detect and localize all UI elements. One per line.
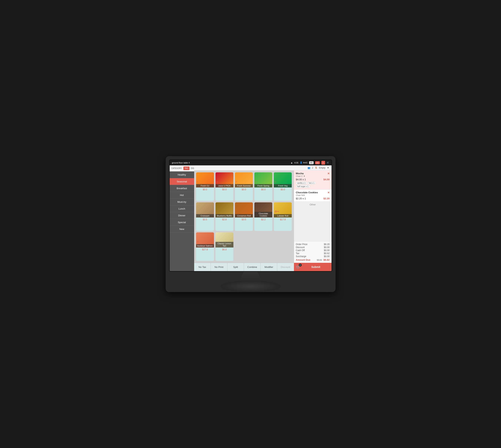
product-card-fresh-veg[interactable]: ✏ Fresh Veg $0.0 (274, 172, 292, 201)
product-name-overlay-4: Fresh Spring (254, 184, 272, 188)
discount-button[interactable]: Discount (277, 263, 294, 271)
sidebar-item-dinner[interactable]: Dinner (170, 212, 194, 219)
tab-category[interactable]: CATEGORY (170, 166, 183, 170)
monitor-stand (169, 272, 332, 292)
product-special-icon-10: ⚙✏ (275, 210, 279, 213)
time-display: 4:35 (294, 162, 298, 164)
cart-status-icon: 🛒 (327, 161, 329, 164)
status-bar-right: ▲ 4:35 👤 test1 #1 #2 + 🛒 (291, 161, 329, 165)
sidebar-item-lunch[interactable]: Lunch (170, 205, 194, 212)
order-item-mocha[interactable]: Mocha ✕ Chair 2 ▼ $4.00 x 1 (294, 171, 331, 190)
cash-off-label: Cash Off (296, 249, 305, 252)
submit-button-text[interactable]: Submit (302, 265, 330, 269)
category-tabs-row: CATEGORY TAG DISCOUNT SETMEAL (170, 165, 194, 171)
tag-hot[interactable]: hot x 1 (307, 182, 316, 184)
product-card-fresh-summer[interactable]: ✏ Fresh Summer $0.0 (235, 172, 253, 201)
amount-due-original: $6.82 (317, 259, 322, 261)
order-item-qty-mocha: $4.00 x 1 (296, 178, 306, 181)
product-edit-icon-5: ✏ (275, 181, 276, 183)
product-card-fresh-spring[interactable]: ✏ Fresh Spring $0.0 (254, 172, 272, 201)
other-section-label: Other (294, 202, 331, 208)
cash-off-value: $0.00 (324, 249, 329, 252)
product-edit-icon-3: ✏ (236, 181, 237, 183)
tab-2[interactable]: #2 (315, 161, 320, 164)
products-section: ✏ Fresh OJ $0.0 ✏ Juice U PICK $ (194, 171, 294, 271)
amount-due-label: Amount Due (296, 258, 310, 261)
product-price-3: $0.0 (235, 188, 253, 192)
product-price-5: $0.0 (274, 188, 292, 192)
sidebar-item-breakfast[interactable]: Breakfast (170, 185, 194, 192)
cart-badge: 2 (299, 264, 302, 267)
product-card-fresh-oj[interactable]: ✏ Fresh OJ $0.0 (196, 172, 214, 201)
amount-due-values: $6.82 $6.82 (317, 258, 329, 261)
tag-vanilla[interactable]: vanilla x 1 (296, 182, 307, 184)
sidebar-item-new[interactable]: New (170, 226, 194, 233)
add-tab-btn[interactable]: + (321, 161, 325, 165)
order-item-close-mocha[interactable]: ✕ (327, 172, 330, 175)
order-panel: Mocha ✕ Chair 2 ▼ $4.00 x 1 (294, 171, 331, 271)
dropdown-arrow[interactable]: ▼ (327, 166, 329, 169)
table-title: ground floor table 4 (172, 162, 190, 164)
product-price-10: $17.8 (274, 218, 292, 222)
sidebar-item-healthy[interactable]: Healthy (170, 171, 194, 178)
product-price-12: $6.8 (216, 247, 234, 252)
status-bar: ground floor table 4 ▲ 4:35 👤 test1 #1 #… (170, 160, 331, 165)
product-name-overlay-10: Lobster Roll (274, 214, 292, 218)
sidebar-item-hot[interactable]: Hot (170, 192, 194, 199)
discount-label: Discount (296, 246, 305, 249)
split-button[interactable]: Split (227, 263, 244, 271)
order-item-total-cookies: $2.20 (323, 197, 330, 200)
guest-icon: 👥 (308, 166, 310, 169)
product-edit-icon-4: ✏ (255, 181, 257, 183)
product-name-overlay-7: Blueberry Muffin (216, 214, 234, 218)
product-price-7: $2.8 (216, 218, 234, 222)
product-card-juice[interactable]: ✏ Juice U PICK $0.0 (216, 172, 234, 201)
sidebar: CATEGORY TAG DISCOUNT SETMEAL Healthy Se… (170, 165, 194, 271)
user-display: 👤 test1 (300, 161, 308, 164)
tag-half-sugar[interactable]: half sugar x 1 (296, 185, 310, 188)
tax-label: Tax (296, 252, 299, 255)
discount-value: $0.00 (324, 246, 329, 249)
app-container: CATEGORY TAG DISCOUNT SETMEAL Healthy Se… (170, 165, 331, 271)
product-card-cinnamon[interactable]: Cinnamon Roll $3.5 (235, 202, 253, 231)
sidebar-item-seasonal[interactable]: Seasonal (170, 178, 194, 185)
order-item-close-cookies[interactable]: ✕ (327, 191, 330, 194)
chair-dropdown-mocha[interactable]: ▼ (303, 175, 305, 177)
order-item-tags-mocha: vanilla x 1 hot x 1 half sugar x 1 (296, 182, 330, 188)
amount-due-value: $6.82 (323, 258, 330, 261)
product-card-choc-cookies[interactable]: Chocolate Cookies $2.2 (254, 202, 272, 231)
order-item-qty-cookies: $2.20 x 1 (296, 197, 306, 200)
combine-button[interactable]: Combine (244, 263, 261, 271)
product-name-overlay-12: Classic Lemon Tart (216, 242, 234, 247)
product-card-blueberry[interactable]: Blueberry Muffin $2.8 (216, 202, 234, 231)
product-name-overlay-6: Croissant (196, 214, 214, 218)
order-items-list: Mocha ✕ Chair 2 ▼ $4.00 x 1 (294, 171, 331, 241)
guest-info: 👥 2 🪑 Empty ▼ (308, 166, 329, 169)
tab-tag[interactable]: TAG (183, 166, 189, 170)
sidebar-item-special[interactable]: Special (170, 219, 194, 226)
product-card-lemon-tart[interactable]: Classic Lemon Tart $6.8 (216, 232, 234, 261)
product-card-croissant[interactable]: Croissant $3.5 (196, 202, 214, 231)
order-item-choc-cookies[interactable]: Chocolate Cookies ✕ Chair N/A $2.20 x 1 (294, 190, 331, 202)
no-print-button[interactable]: No Print (211, 263, 227, 271)
chair-label-mocha: Chair 2 (296, 175, 302, 177)
product-card-lobster[interactable]: ⚙✏ Lobster Roll $17.8 (274, 202, 292, 231)
product-name-overlay-8: Cinnamon Roll (235, 214, 253, 218)
guest-count: 2 (312, 166, 313, 169)
sidebar-item-must-try[interactable]: Must-try (170, 199, 194, 205)
modifier-button[interactable]: Modifier (261, 263, 277, 271)
stand-base (220, 281, 281, 292)
tax-value: $0.62 (324, 252, 329, 255)
bottom-bar: No Tax No Print Split Combine Modifier D… (194, 263, 294, 271)
product-price-1: $0.0 (196, 188, 214, 192)
table-icon: 🪑 (315, 166, 318, 169)
monitor-outer: ground floor table 4 ▲ 4:35 👤 test1 #1 #… (166, 156, 335, 292)
top-header: 👥 2 🪑 Empty ▼ (194, 165, 331, 171)
product-price-8: $3.5 (235, 218, 253, 222)
surcharge-label: Surcharge (296, 255, 306, 258)
no-tax-button[interactable]: No Tax (194, 263, 211, 271)
tab-1[interactable]: #1 (309, 161, 314, 164)
product-card-salmon[interactable]: ⚙ Sockeye Salmon $27.8 (196, 232, 214, 261)
product-price-11: $27.8 (196, 247, 214, 252)
submit-row[interactable]: 🛒 2 Submit (294, 263, 331, 271)
